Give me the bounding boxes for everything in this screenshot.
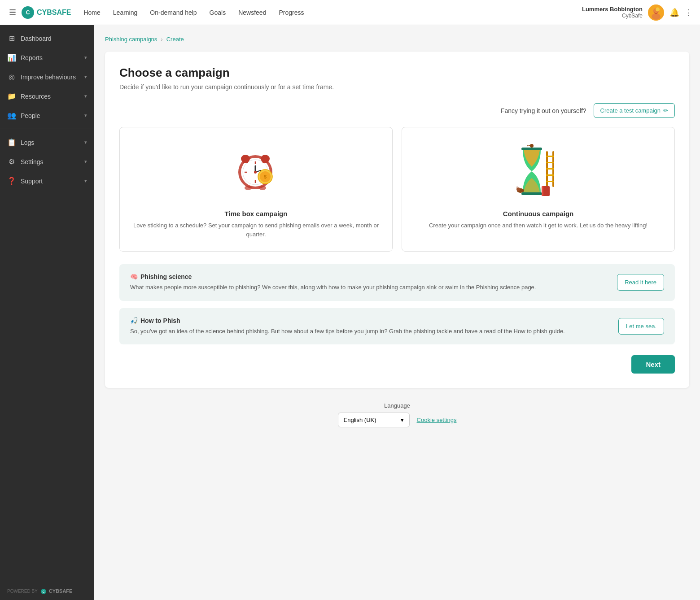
sidebar: ⊞ Dashboard 📊 Reports ▾ ◎ Improve behavi… — [0, 25, 94, 600]
create-test-campaign-button[interactable]: Create a test campaign ✏ — [594, 103, 675, 118]
app-logo: C CYBSAFE — [22, 6, 71, 19]
user-name: Lummers Bobbington — [582, 6, 643, 13]
nav-links: Home Learning On-demand help Goals Newsf… — [78, 5, 309, 20]
nav-newsfeed[interactable]: Newsfeed — [233, 5, 271, 20]
campaign-card-timebox[interactable]: $ Time box campaign Love sticking to a s… — [119, 127, 393, 252]
sidebar-item-label: Settings — [21, 158, 80, 165]
next-button[interactable]: Next — [631, 355, 675, 374]
continuous-illustration — [413, 140, 664, 203]
breadcrumb-separator: › — [161, 36, 162, 43]
logs-icon: 📋 — [7, 138, 16, 147]
test-campaign-bar: Fancy trying it out on yourself? Create … — [119, 103, 675, 118]
logo-icon: C — [22, 6, 34, 19]
breadcrumb-current: Create — [166, 36, 184, 43]
dropdown-chevron-icon: ▾ — [401, 417, 404, 423]
test-campaign-prompt: Fancy trying it out on yourself? — [501, 107, 586, 114]
nav-ondemand[interactable]: On-demand help — [144, 5, 202, 20]
read-it-here-button[interactable]: Read it here — [617, 274, 664, 291]
sidebar-item-dashboard[interactable]: ⊞ Dashboard — [0, 29, 94, 48]
fishing-emoji: 🎣 — [130, 317, 138, 324]
chevron-down-icon: ▾ — [84, 55, 87, 61]
nav-goals[interactable]: Goals — [204, 5, 232, 20]
sidebar-footer: POWERED BY C CYBSAFE — [0, 583, 94, 600]
nav-progress[interactable]: Progress — [273, 5, 309, 20]
sidebar-item-support[interactable]: ❓ Support ▾ — [0, 171, 94, 191]
more-options-icon[interactable]: ⋮ — [685, 8, 693, 17]
svg-rect-19 — [262, 161, 268, 163]
campaign-card-continuous[interactable]: Continuous campaign Create your campaign… — [402, 127, 675, 252]
top-navigation: ☰ C CYBSAFE Home Learning On-demand help… — [0, 0, 700, 25]
continuous-description: Create your campaign once and then watch… — [413, 221, 664, 230]
main-card: Choose a campaign Decide if you'd like t… — [105, 52, 689, 388]
sidebar-item-label: Logs — [21, 139, 80, 146]
sidebar-navigation: ⊞ Dashboard 📊 Reports ▾ ◎ Improve behavi… — [0, 25, 94, 583]
sidebar-item-label: People — [21, 112, 80, 119]
timebox-title: Time box campaign — [131, 210, 381, 217]
people-icon: 👥 — [7, 111, 16, 120]
hamburger-menu[interactable]: ☰ — [7, 6, 18, 19]
chevron-down-icon: ▾ — [84, 93, 87, 99]
phishing-science-panel: 🧠 Phishing science What makes people mor… — [119, 264, 675, 301]
brain-emoji: 🧠 — [130, 273, 138, 280]
phishing-science-content: 🧠 Phishing science What makes people mor… — [130, 273, 610, 292]
avatar[interactable] — [648, 4, 664, 21]
nav-learning[interactable]: Learning — [108, 5, 143, 20]
cookie-settings-link[interactable]: Cookie settings — [417, 417, 457, 423]
timebox-illustration: $ — [131, 140, 381, 203]
how-to-phish-content: 🎣 How to Phish So, you've got an idea of… — [130, 317, 611, 336]
chevron-down-icon: ▾ — [84, 74, 87, 80]
svg-point-20 — [245, 186, 252, 190]
svg-point-21 — [259, 186, 266, 190]
svg-rect-31 — [546, 181, 554, 182]
resources-icon: 📁 — [7, 92, 16, 100]
page-subtitle: Decide if you'd like to run your campaig… — [119, 83, 675, 91]
sidebar-item-label: Dashboard — [21, 35, 87, 42]
svg-rect-30 — [546, 174, 554, 176]
main-content: Phishing campaigns › Create Choose a cam… — [94, 25, 700, 600]
chevron-down-icon: ▾ — [84, 159, 87, 165]
phishing-science-description: What makes people more susceptible to ph… — [130, 283, 610, 292]
let-me-sea-button[interactable]: Let me sea. — [618, 318, 664, 335]
sidebar-item-resources[interactable]: 📁 Resources ▾ — [0, 87, 94, 106]
user-area: Lummers Bobbington CybSafe 🔔 ⋮ — [582, 4, 693, 21]
language-select-row: English (UK) ▾ Cookie settings — [105, 413, 689, 427]
svg-rect-29 — [546, 168, 554, 170]
pencil-icon: ✏ — [663, 107, 668, 114]
continuous-title: Continuous campaign — [413, 210, 664, 217]
settings-icon: ⚙ — [7, 157, 16, 166]
language-label: Language — [105, 402, 689, 409]
svg-rect-17 — [243, 161, 248, 163]
svg-point-3 — [656, 7, 660, 11]
breadcrumb-parent[interactable]: Phishing campaigns — [105, 36, 157, 43]
sidebar-item-logs[interactable]: 📋 Logs ▾ — [0, 133, 94, 152]
language-dropdown[interactable]: English (UK) ▾ — [338, 413, 410, 427]
svg-rect-38 — [542, 186, 543, 196]
page-layout: ⊞ Dashboard 📊 Reports ▾ ◎ Improve behavi… — [0, 0, 700, 600]
svg-rect-33 — [521, 192, 542, 195]
timebox-description: Love sticking to a schedule? Set your ca… — [131, 221, 381, 239]
svg-rect-27 — [546, 156, 554, 157]
notification-bell-icon[interactable]: 🔔 — [669, 8, 679, 17]
sidebar-item-label: Resources — [21, 93, 80, 100]
reports-icon: 📊 — [7, 53, 16, 62]
footer-logo: C CYBSAFE — [40, 588, 73, 595]
language-value: English (UK) — [344, 417, 376, 423]
sidebar-item-people[interactable]: 👥 People ▾ — [0, 106, 94, 125]
user-org: CybSafe — [582, 13, 643, 19]
how-to-phish-description: So, you've got an idea of the science be… — [130, 327, 611, 336]
page-title: Choose a campaign — [119, 66, 675, 80]
sidebar-divider — [0, 129, 94, 129]
sidebar-item-settings[interactable]: ⚙ Settings ▾ — [0, 152, 94, 171]
user-info: Lummers Bobbington CybSafe — [582, 6, 643, 19]
powered-by-text: POWERED BY — [7, 589, 38, 594]
svg-point-34 — [530, 144, 534, 148]
svg-point-15 — [254, 171, 257, 174]
improve-icon: ◎ — [7, 73, 16, 81]
sidebar-item-label: Support — [21, 178, 80, 185]
sidebar-item-improve-behaviours[interactable]: ◎ Improve behaviours ▾ — [0, 67, 94, 87]
nav-home[interactable]: Home — [78, 5, 105, 20]
how-to-phish-title: 🎣 How to Phish — [130, 317, 611, 324]
sidebar-item-reports[interactable]: 📊 Reports ▾ — [0, 48, 94, 67]
sidebar-item-label: Improve behaviours — [21, 74, 80, 81]
svg-rect-32 — [521, 148, 542, 150]
